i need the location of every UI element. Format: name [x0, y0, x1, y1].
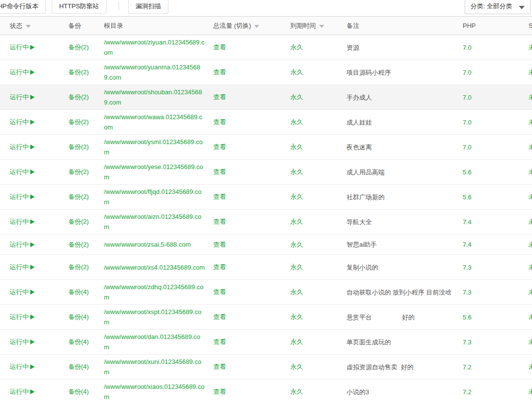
traffic-view-link[interactable]: 查看 — [213, 241, 226, 248]
backup-link[interactable]: 备份(2) — [68, 168, 89, 175]
backup-link[interactable]: 备份(4) — [68, 313, 89, 320]
column-header-status[interactable]: 状态 — [10, 21, 68, 30]
site-note[interactable]: 导航大全 — [347, 217, 463, 227]
traffic-view-link[interactable]: 查看 — [213, 313, 226, 320]
root-path-link[interactable]: /www/wwwroot/xspt.012345689.com — [104, 307, 205, 327]
site-status-toggle[interactable]: 运行中 — [10, 313, 35, 321]
php-version-link[interactable]: 7.0 — [463, 44, 471, 51]
root-path-link[interactable]: /www/wwwroot/shouban.012345689.com — [104, 87, 205, 107]
expire-time-link[interactable]: 永久 — [290, 388, 303, 395]
php-version-link[interactable]: 7.3 — [463, 339, 471, 346]
site-note[interactable]: 小说的3 — [347, 387, 463, 397]
expire-time-link[interactable]: 永久 — [290, 313, 303, 320]
traffic-view-link[interactable]: 查看 — [213, 288, 226, 296]
root-path-link[interactable]: /www/wwwroot/xs4.012345689.com — [104, 262, 205, 273]
php-version-link[interactable]: 7.3 — [463, 289, 471, 296]
site-status-toggle[interactable]: 运行中 — [10, 68, 35, 77]
expire-time-link[interactable]: 永久 — [290, 263, 303, 271]
ssl-status-link[interactable]: 未部署 — [529, 288, 532, 296]
site-note[interactable]: 单页面生成玩的 — [347, 338, 463, 347]
site-status-toggle[interactable]: 运行中 — [10, 288, 35, 297]
site-status-toggle[interactable]: 运行中 — [10, 240, 35, 249]
backup-link[interactable]: 备份(2) — [68, 218, 89, 225]
column-header-traffic[interactable]: 总流量 (切换) — [213, 21, 290, 30]
traffic-view-link[interactable]: 查看 — [213, 388, 226, 395]
php-version-link[interactable]: 5.6 — [463, 193, 471, 201]
backup-link[interactable]: 备份(4) — [68, 363, 89, 370]
root-path-link[interactable]: /www/wwwroot/xuni.012345689.com — [104, 357, 205, 377]
ssl-status-link[interactable]: 未部署 — [529, 388, 532, 395]
expire-time-link[interactable]: 永久 — [290, 118, 303, 126]
root-path-link[interactable]: /www/wwwroot/ffjqd.012345689.com — [104, 187, 205, 207]
site-status-toggle[interactable]: 运行中 — [10, 338, 35, 346]
backup-link[interactable]: 备份(2) — [68, 193, 89, 200]
root-path-link[interactable]: /www/wwwroot/dan.012345689.com — [104, 332, 205, 352]
ssl-status-link[interactable]: 未部署 — [529, 193, 532, 200]
root-path-link[interactable]: /www/wwwroot/aizn.012345689.com — [104, 212, 205, 232]
site-note[interactable]: 智思ai助手 — [347, 240, 463, 249]
php-version-link[interactable]: 7.0 — [463, 144, 471, 151]
site-note[interactable]: 悬赏平台 好的 — [347, 313, 463, 322]
site-note[interactable]: 虚拟资源自动售卖 好的 — [347, 362, 463, 372]
traffic-view-link[interactable]: 查看 — [213, 143, 226, 150]
expire-time-link[interactable]: 永久 — [290, 218, 303, 225]
ssl-status-link[interactable]: 未部署 — [529, 93, 532, 101]
root-path-link[interactable]: /www/wwwroot/ziyuan.012345689.com — [104, 37, 205, 58]
site-note[interactable]: 复制小说的 — [347, 263, 463, 272]
ssl-status-link[interactable]: 未部署 — [529, 118, 532, 126]
site-status-toggle[interactable]: 运行中 — [10, 263, 35, 272]
expire-time-link[interactable]: 永久 — [290, 93, 303, 101]
site-status-toggle[interactable]: 运行中 — [10, 387, 35, 396]
php-version-link[interactable]: 7.2 — [463, 388, 471, 396]
site-note[interactable]: 自动获取小说的 放到小程序 目前没啥 — [347, 288, 463, 297]
site-note[interactable]: 社群广场新的 — [347, 192, 463, 202]
site-status-toggle[interactable]: 运行中 — [10, 192, 35, 201]
ssl-status-link[interactable]: 未部署 — [529, 313, 532, 320]
ssl-status-link[interactable]: 未部署 — [529, 363, 532, 370]
php-cli-version-button[interactable]: PHP命令行版本 — [0, 0, 46, 14]
expire-time-link[interactable]: 永久 — [290, 193, 303, 200]
backup-link[interactable]: 备份(4) — [68, 388, 89, 395]
traffic-view-link[interactable]: 查看 — [213, 43, 226, 51]
expire-time-link[interactable]: 永久 — [290, 68, 303, 76]
ssl-status-link[interactable]: 未部署 — [529, 143, 532, 150]
traffic-view-link[interactable]: 查看 — [213, 168, 226, 175]
backup-link[interactable]: 备份(2) — [68, 93, 89, 101]
vulnerability-scan-button[interactable]: 漏洞扫描 — [128, 0, 168, 14]
traffic-view-link[interactable]: 查看 — [213, 93, 226, 101]
site-status-toggle[interactable]: 运行中 — [10, 362, 35, 371]
site-note[interactable]: 资源 — [347, 43, 463, 52]
site-status-toggle[interactable]: 运行中 — [10, 93, 35, 102]
backup-link[interactable]: 备份(4) — [68, 338, 89, 345]
backup-link[interactable]: 备份(4) — [68, 288, 89, 296]
site-status-toggle[interactable]: 运行中 — [10, 217, 35, 226]
ssl-status-link[interactable]: 未部署 — [529, 263, 532, 271]
php-version-link[interactable]: 7.2 — [463, 363, 471, 371]
php-version-link[interactable]: 5.6 — [463, 314, 471, 321]
php-version-link[interactable]: 7.3 — [463, 264, 471, 271]
ssl-status-link[interactable]: 未部署 — [529, 338, 532, 345]
expire-time-link[interactable]: 永久 — [290, 363, 303, 370]
php-version-link[interactable]: 7.4 — [463, 218, 471, 226]
site-note[interactable]: 夜色迷离 — [347, 143, 463, 152]
backup-link[interactable]: 备份(2) — [68, 118, 89, 126]
expire-time-link[interactable]: 永久 — [290, 168, 303, 175]
php-version-link[interactable]: 7.0 — [463, 94, 471, 101]
traffic-view-link[interactable]: 查看 — [213, 338, 226, 345]
https-anti-hijack-button[interactable]: HTTPS防窜站 — [52, 0, 106, 14]
ssl-status-link[interactable]: 未部署 — [529, 68, 532, 76]
traffic-view-link[interactable]: 查看 — [213, 68, 226, 76]
traffic-view-link[interactable]: 查看 — [213, 193, 226, 200]
backup-link[interactable]: 备份(2) — [68, 263, 89, 271]
php-version-link[interactable]: 5.6 — [463, 169, 471, 176]
site-status-toggle[interactable]: 运行中 — [10, 168, 35, 176]
column-header-expire[interactable]: 到期时间 — [290, 21, 347, 30]
ssl-status-link[interactable]: 未部署 — [529, 43, 532, 51]
root-path-link[interactable]: /www/wwwroot/zdhq.012345689.com — [104, 282, 205, 302]
traffic-view-link[interactable]: 查看 — [213, 363, 226, 370]
traffic-view-link[interactable]: 查看 — [213, 263, 226, 271]
expire-time-link[interactable]: 永久 — [290, 143, 303, 150]
root-path-link[interactable]: /www/wwwroot/zsai.5-688.com — [104, 239, 205, 250]
site-status-toggle[interactable]: 运行中 — [10, 43, 35, 52]
site-note[interactable]: 成人用品高端 — [347, 168, 463, 177]
